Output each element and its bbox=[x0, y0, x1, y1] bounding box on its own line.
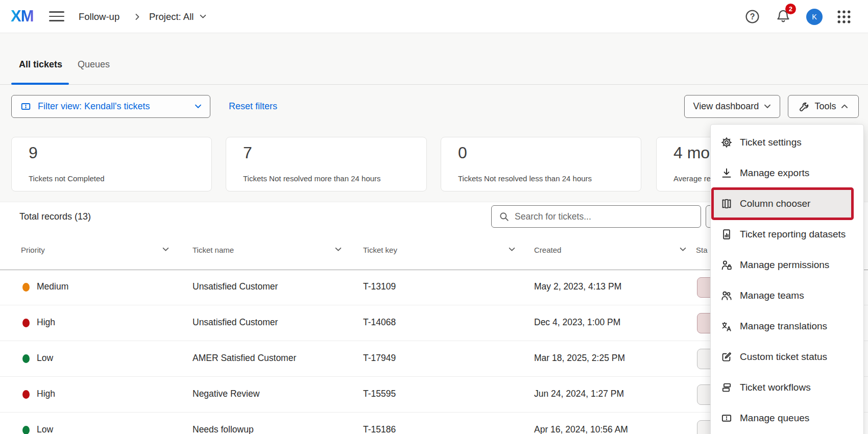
tools-label: Tools bbox=[814, 101, 836, 112]
chevron-down-icon[interactable] bbox=[680, 247, 686, 252]
ticket-icon bbox=[20, 101, 32, 112]
stat-value: 7 bbox=[243, 143, 252, 162]
avatar[interactable]: K bbox=[806, 9, 823, 25]
stat-card-under-24h: 0 Tickets Not resolved less than 24 hour… bbox=[441, 137, 641, 191]
breadcrumb-chevron-icon bbox=[135, 13, 140, 20]
menu-item-manage-translations[interactable]: Manage translations bbox=[711, 311, 863, 342]
stat-value: 9 bbox=[29, 143, 38, 162]
menu-item-manage-exports[interactable]: Manage exports bbox=[711, 158, 863, 188]
report-icon bbox=[720, 228, 733, 240]
ticket-search[interactable] bbox=[491, 205, 701, 228]
priority-dot bbox=[22, 390, 30, 399]
menu-item-label: Manage teams bbox=[740, 290, 804, 301]
stat-label: Tickets not Completed bbox=[29, 174, 105, 183]
tools-menu: Ticket settings Manage exports Column ch… bbox=[710, 124, 864, 434]
menu-item-label: Manage permissions bbox=[740, 259, 829, 271]
chevron-up-icon bbox=[841, 104, 848, 109]
column-header-status[interactable]: Sta bbox=[696, 246, 708, 254]
created-cell: Mar 18, 2025, 2:25 PM bbox=[534, 353, 625, 364]
menu-item-label: Ticket workflows bbox=[740, 382, 811, 393]
column-header-created[interactable]: Created bbox=[534, 246, 561, 254]
menu-item-manage-teams[interactable]: Manage teams bbox=[711, 280, 863, 311]
project-selector[interactable]: Project: All bbox=[149, 0, 206, 33]
search-input[interactable] bbox=[515, 211, 693, 222]
tab-queues[interactable]: Queues bbox=[78, 59, 110, 70]
menu-item-manage-permissions[interactable]: Manage permissions bbox=[711, 250, 863, 280]
active-tab-indicator bbox=[11, 83, 69, 85]
reset-filters-link[interactable]: Reset filters bbox=[229, 101, 277, 112]
priority-cell: High bbox=[37, 389, 55, 399]
ticket-icon bbox=[720, 412, 733, 424]
xm-logo: XM bbox=[11, 7, 34, 26]
column-header-priority[interactable]: Priority bbox=[21, 246, 45, 254]
priority-dot bbox=[22, 354, 30, 363]
translate-icon bbox=[720, 320, 733, 332]
menu-item-ticket-reporting-datasets[interactable]: Ticket reporting datasets bbox=[711, 219, 863, 250]
chevron-down-icon bbox=[764, 104, 771, 109]
ticket-key-cell: T-15595 bbox=[363, 389, 396, 399]
breadcrumb-section-label: Follow-up bbox=[79, 11, 119, 22]
created-cell: Dec 4, 2023, 1:00 PM bbox=[534, 317, 620, 328]
created-cell: Apr 16, 2024, 10:56 AM bbox=[534, 424, 628, 434]
view-dashboard-label: View dashboard bbox=[693, 101, 759, 112]
ticket-name-cell: Needs followup bbox=[192, 424, 254, 434]
stat-card-not-completed: 9 Tickets not Completed bbox=[11, 137, 212, 191]
menu-item-label: Manage queues bbox=[740, 413, 809, 424]
person-lock-icon bbox=[720, 259, 733, 271]
help-icon[interactable]: ? bbox=[745, 9, 760, 24]
ticket-name-cell: Negative Review bbox=[192, 389, 259, 399]
menu-item-label: Custom ticket status bbox=[740, 351, 827, 363]
filter-view-button[interactable]: Filter view: Kendall's tickets bbox=[11, 95, 210, 118]
priority-dot bbox=[22, 426, 30, 434]
stat-value: 4 mo bbox=[673, 143, 710, 162]
view-dashboard-button[interactable]: View dashboard bbox=[684, 95, 780, 118]
column-header-ticket-name[interactable]: Ticket name bbox=[192, 246, 234, 254]
menu-item-label: Manage exports bbox=[740, 167, 809, 179]
menu-item-ticket-settings[interactable]: Ticket settings bbox=[711, 127, 863, 158]
stat-label: Average re bbox=[673, 174, 711, 183]
ticket-name-cell: Unsatisfied Customer bbox=[192, 317, 278, 328]
people-icon bbox=[720, 290, 733, 302]
priority-cell: High bbox=[37, 317, 55, 328]
edit-icon bbox=[720, 351, 733, 363]
ticket-key-cell: T-13109 bbox=[363, 281, 396, 292]
menu-item-manage-queues[interactable]: Manage queues bbox=[711, 403, 863, 433]
columns-icon bbox=[720, 198, 733, 210]
ticket-key-cell: T-15186 bbox=[363, 424, 396, 434]
gear-icon bbox=[720, 136, 733, 149]
menu-item-ticket-workflows[interactable]: Ticket workflows bbox=[711, 372, 863, 403]
column-header-ticket-key[interactable]: Ticket key bbox=[363, 246, 397, 254]
search-icon bbox=[499, 211, 510, 222]
stat-value: 0 bbox=[458, 143, 467, 162]
chevron-down-icon[interactable] bbox=[162, 247, 169, 252]
menu-item-custom-ticket-status[interactable]: Custom ticket status bbox=[711, 342, 863, 372]
chevron-down-icon[interactable] bbox=[335, 247, 342, 252]
app-grid-icon[interactable] bbox=[836, 9, 852, 25]
breadcrumb-section[interactable]: Follow-up bbox=[79, 0, 119, 33]
hamburger-menu-icon[interactable] bbox=[49, 11, 64, 22]
ticketing-app: XM Follow-up Project: All ? 2 K bbox=[0, 0, 868, 434]
tools-button[interactable]: Tools bbox=[788, 95, 859, 118]
notification-badge: 2 bbox=[785, 4, 796, 14]
total-records-label: Total records (13) bbox=[19, 211, 91, 222]
priority-cell: Low bbox=[37, 353, 53, 364]
tab-all-tickets[interactable]: All tickets bbox=[19, 59, 62, 70]
chevron-down-icon[interactable] bbox=[509, 247, 515, 252]
created-cell: Jun 24, 2024, 1:27 PM bbox=[534, 389, 624, 399]
chevron-down-icon bbox=[200, 14, 206, 19]
menu-item-column-chooser[interactable]: Column chooser bbox=[711, 188, 863, 219]
menu-item-label: Manage translations bbox=[740, 321, 827, 332]
priority-dot bbox=[22, 283, 30, 292]
priority-dot bbox=[22, 319, 30, 327]
download-icon bbox=[720, 167, 733, 179]
menu-item-label: Ticket reporting datasets bbox=[740, 229, 846, 240]
ticket-name-cell: AMER Satisfied Customer bbox=[192, 353, 296, 364]
ticket-key-cell: T-17949 bbox=[363, 353, 396, 364]
topbar: XM Follow-up Project: All ? 2 K bbox=[0, 0, 868, 33]
menu-item-label: Column chooser bbox=[740, 198, 810, 209]
menu-item-label: Ticket settings bbox=[740, 137, 802, 148]
stat-label: Tickets Not resolved less than 24 hours bbox=[458, 174, 592, 183]
workflow-icon bbox=[720, 381, 733, 394]
priority-cell: Medium bbox=[37, 281, 68, 292]
created-cell: May 2, 2023, 4:13 PM bbox=[534, 281, 621, 292]
